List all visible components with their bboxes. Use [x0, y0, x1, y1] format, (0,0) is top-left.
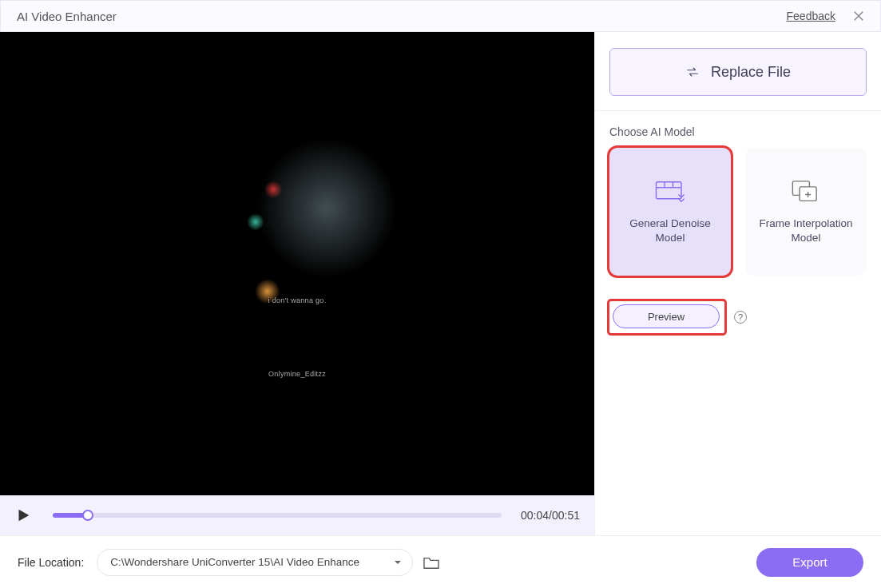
replace-file-button[interactable]: Replace File — [609, 48, 867, 96]
video-preview[interactable]: i don't wanna go. Onlymine_Editzz — [0, 32, 594, 495]
feedback-link[interactable]: Feedback — [787, 10, 835, 22]
choose-model-label: Choose AI Model — [609, 125, 867, 138]
close-button[interactable] — [850, 7, 867, 25]
current-time: 00:04 — [521, 509, 549, 522]
total-time: 00:51 — [552, 509, 580, 522]
title-bar: AI Video Enhancer Feedback — [0, 0, 881, 32]
replace-file-label: Replace File — [711, 64, 791, 81]
folder-icon — [423, 555, 440, 570]
swap-icon — [685, 65, 700, 79]
svg-rect-0 — [657, 182, 682, 199]
file-location-label: File Location: — [18, 556, 84, 569]
chevron-down-icon — [393, 558, 403, 567]
file-location-select[interactable]: C:\Wondershare UniConverter 15\AI Video … — [97, 549, 413, 576]
player-bar: 00:04/00:51 — [0, 495, 594, 535]
play-icon — [14, 507, 32, 524]
help-button[interactable]: ? — [734, 311, 747, 324]
denoise-icon — [653, 178, 687, 205]
preview-button[interactable]: Preview — [613, 304, 720, 328]
close-icon — [851, 9, 866, 23]
bottom-bar: File Location: C:\Wondershare UniConvert… — [0, 535, 881, 588]
file-location-value: C:\Wondershare UniConverter 15\AI Video … — [110, 556, 393, 568]
timecode: 00:04/00:51 — [521, 509, 580, 522]
divider — [595, 110, 881, 111]
model-general-denoise[interactable]: General Denoise Model — [609, 148, 731, 276]
app-title: AI Video Enhancer — [17, 10, 117, 23]
export-button[interactable]: Export — [756, 548, 863, 577]
video-caption: i don't wanna go. — [268, 296, 327, 304]
preview-highlight: Preview — [609, 301, 724, 333]
side-panel: Replace File Choose AI Model General Den… — [594, 32, 881, 535]
interpolation-icon — [789, 178, 823, 205]
model-frame-interpolation[interactable]: Frame Interpolation Model — [745, 148, 867, 276]
video-watermark: Onlymine_Editzz — [268, 370, 326, 378]
preview-button-label: Preview — [648, 311, 685, 323]
model-label: Frame Interpolation Model — [752, 217, 860, 245]
model-label: General Denoise Model — [616, 217, 724, 245]
question-icon: ? — [738, 312, 743, 322]
seek-bar[interactable] — [53, 513, 502, 518]
export-button-label: Export — [792, 555, 827, 569]
play-button[interactable] — [14, 507, 32, 524]
seek-thumb[interactable] — [82, 510, 93, 521]
open-folder-button[interactable] — [423, 555, 440, 570]
